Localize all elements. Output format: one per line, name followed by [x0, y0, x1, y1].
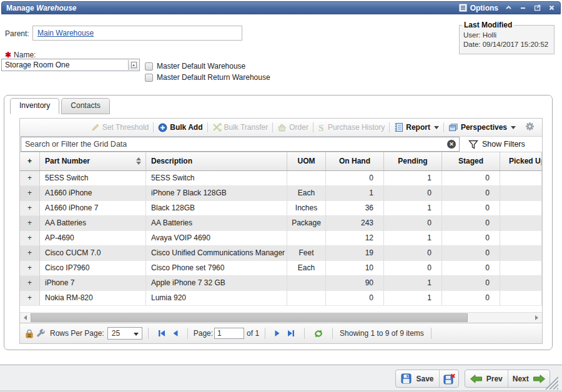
- row-expander[interactable]: +: [20, 291, 40, 305]
- tab-inventory[interactable]: Inventory: [10, 98, 59, 114]
- cell: 1: [384, 231, 442, 245]
- row-expander[interactable]: +: [20, 186, 40, 201]
- set-threshold-button[interactable]: Set Threshold: [87, 123, 154, 132]
- column-header-staged[interactable]: Staged: [442, 152, 500, 170]
- table-row[interactable]: +AP-4690Avaya VOIP 46901210: [20, 231, 542, 246]
- cell: 12: [326, 231, 384, 245]
- transfer-arrows-icon: [212, 123, 222, 132]
- table-row[interactable]: +5ESS Switch5ESS Switch010: [20, 171, 542, 186]
- report-button[interactable]: Report: [390, 122, 443, 132]
- lock-icon[interactable]: [25, 329, 34, 338]
- page-input[interactable]: 1: [214, 328, 244, 339]
- cell: Apple iPhone 7 32 GB: [146, 276, 287, 291]
- row-expander[interactable]: +: [20, 276, 40, 291]
- collapse-icon[interactable]: [505, 4, 513, 12]
- table-row[interactable]: +Nokia RM-820Lumia 920010: [20, 291, 542, 306]
- table-row[interactable]: +A1660 iPhoneiPhone 7 Black 128GBEach100: [20, 186, 542, 201]
- cell: Each: [287, 261, 326, 275]
- next-page-button[interactable]: [274, 330, 280, 337]
- footer-bar: Save Prev Next: [0, 365, 562, 391]
- window-title: Manage Warehouse: [6, 4, 77, 12]
- scrollbar-thumb[interactable]: [31, 313, 468, 322]
- cell: 0: [442, 276, 500, 291]
- bulk-add-button[interactable]: Bulk Add: [154, 123, 207, 132]
- column-header-part-number[interactable]: Part Number: [40, 152, 146, 170]
- scroll-right-arrow[interactable]: [531, 313, 542, 323]
- cell: 0: [384, 216, 442, 231]
- table-row[interactable]: +Cisco CUCM 7.0Cisco Unified Communicati…: [20, 246, 542, 261]
- parent-label: Parent:: [5, 29, 29, 38]
- cell: iPhone 7 Black 128GB: [146, 186, 287, 201]
- prev-button[interactable]: Prev: [465, 370, 508, 387]
- tab-panel: Inventory Contacts Set Threshold Bulk Ad…: [4, 95, 553, 350]
- cell: 5ESS Switch: [40, 171, 146, 185]
- options-list-icon: [459, 4, 467, 12]
- scrollbar-track[interactable]: [31, 313, 531, 323]
- table-row[interactable]: +AA BatteriesAA BatteriesPackage24300: [20, 216, 542, 231]
- resize-grip[interactable]: [543, 375, 558, 390]
- wrench-icon[interactable]: [36, 329, 46, 338]
- parent-field[interactable]: Main Warehouse: [32, 26, 242, 41]
- cell: 0: [442, 201, 500, 215]
- save-disk-icon: [401, 373, 412, 384]
- name-field-button[interactable]: ▲: [128, 60, 139, 70]
- last-modified-panel: Last Modified User: Holli Date: 09/14/20…: [459, 21, 555, 54]
- show-filters-button[interactable]: Show Filters: [460, 137, 542, 152]
- grid-toolbar: Set Threshold Bulk Add Bulk Transfer Ord…: [20, 119, 542, 137]
- checkbox-master-default-warehouse[interactable]: Master Default Warehouse: [145, 62, 245, 71]
- first-page-button[interactable]: [157, 330, 166, 337]
- perspectives-button[interactable]: Perspectives: [444, 123, 520, 132]
- row-expander[interactable]: +: [20, 201, 40, 215]
- minimize-icon[interactable]: [519, 4, 527, 12]
- save-and-close-button[interactable]: [439, 370, 458, 387]
- options-button[interactable]: Options: [459, 4, 498, 12]
- search-input[interactable]: Search or Filter the Grid Data ✕: [21, 137, 460, 152]
- scroll-left-arrow[interactable]: [20, 313, 31, 323]
- close-icon[interactable]: [548, 4, 556, 12]
- cell: [500, 231, 542, 245]
- column-header-pending[interactable]: Pending: [384, 152, 442, 170]
- checkbox-icon[interactable]: [145, 74, 153, 82]
- row-expander[interactable]: +: [20, 261, 40, 275]
- order-button[interactable]: Order: [273, 123, 313, 132]
- rows-per-page-select[interactable]: 25: [107, 327, 142, 340]
- checkbox-master-default-return-warehouse[interactable]: Master Default Return Warehouse: [145, 73, 270, 82]
- clear-search-icon[interactable]: ✕: [447, 140, 456, 149]
- cell: 1: [384, 276, 442, 291]
- column-header-expander[interactable]: +: [20, 152, 40, 170]
- column-header-uom[interactable]: UOM: [287, 152, 326, 170]
- horizontal-scrollbar[interactable]: [20, 312, 542, 323]
- cell: Each: [287, 186, 326, 201]
- table-row[interactable]: +iPhone 7Apple iPhone 7 32 GB9010: [20, 276, 542, 291]
- tab-contacts[interactable]: Contacts: [61, 98, 109, 114]
- cell: Package: [287, 216, 326, 231]
- table-row[interactable]: +Cisco IP7960Cisco Phone set 7960Each100…: [20, 261, 542, 276]
- purchase-history-button[interactable]: S Purchase History: [313, 123, 389, 132]
- popout-icon[interactable]: [533, 4, 541, 12]
- row-expander[interactable]: +: [20, 231, 40, 245]
- row-expander[interactable]: +: [20, 216, 40, 231]
- row-expander[interactable]: +: [20, 246, 40, 261]
- parent-link[interactable]: Main Warehouse: [37, 29, 94, 37]
- cell: 10: [326, 261, 384, 275]
- name-input[interactable]: Storage Room One ▲: [1, 59, 140, 71]
- checkbox-icon[interactable]: [145, 62, 153, 71]
- column-header-picked-up[interactable]: Picked Up: [500, 152, 542, 170]
- table-body: +5ESS Switch5ESS Switch010+A1660 iPhonei…: [20, 171, 542, 306]
- column-header-on-hand[interactable]: On Hand: [326, 152, 384, 170]
- cell: [500, 246, 542, 261]
- report-icon: [394, 122, 403, 132]
- save-button[interactable]: Save: [396, 370, 439, 387]
- prev-page-button[interactable]: [172, 330, 179, 337]
- cell: Black 128GB: [146, 201, 287, 215]
- column-header-description[interactable]: Description: [146, 152, 287, 170]
- search-row: Search or Filter the Grid Data ✕ Show Fi…: [20, 137, 542, 152]
- table-row[interactable]: +A1660 iPhone 7Black 128GBInches3610: [20, 201, 542, 216]
- cell: [500, 276, 542, 291]
- bulk-transfer-button[interactable]: Bulk Transfer: [208, 123, 273, 132]
- row-expander[interactable]: +: [20, 171, 40, 185]
- cell: AA Batteries: [146, 216, 287, 231]
- last-page-button[interactable]: [287, 330, 295, 337]
- grid-settings-button[interactable]: [520, 122, 538, 133]
- refresh-button[interactable]: [313, 329, 323, 338]
